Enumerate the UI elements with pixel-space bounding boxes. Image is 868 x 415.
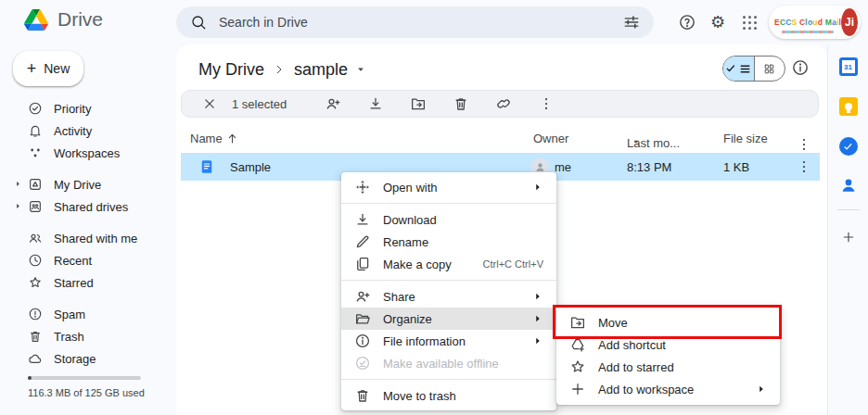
breadcrumb-current[interactable]: sample	[294, 60, 348, 80]
sidebar-item-starred[interactable]: Starred	[0, 271, 176, 294]
column-header-name[interactable]: Name	[190, 132, 223, 145]
trash-icon	[28, 329, 43, 344]
gear-icon: ⚙	[710, 14, 725, 31]
people-icon	[28, 231, 43, 245]
expander-arrow-icon[interactable]	[14, 202, 22, 210]
menu-item-share[interactable]: Share	[341, 285, 556, 308]
folder-open-icon	[354, 310, 371, 327]
sidebar-item-shared-drives[interactable]: Shared drives	[0, 195, 176, 218]
details-button[interactable]	[791, 58, 810, 77]
settings-button[interactable]: ⚙	[707, 11, 729, 33]
menu-item-organize[interactable]: Organize	[341, 308, 556, 330]
sidebar-item-label: Shared with me	[48, 232, 137, 245]
pencil-icon	[354, 233, 371, 250]
open-with-icon	[354, 179, 371, 195]
workspaces-icon	[28, 145, 43, 160]
menu-item-download[interactable]: Download	[341, 208, 556, 231]
trash-icon	[354, 387, 371, 404]
column-header-owner[interactable]: Owner	[533, 132, 568, 145]
menu-item-label: Add to starred	[598, 360, 767, 374]
submenu-item-add-shortcut[interactable]: Add shortcut	[556, 333, 780, 356]
link-button[interactable]	[495, 95, 512, 112]
caret-down-icon[interactable]	[354, 63, 367, 76]
expander-arrow-icon[interactable]	[14, 180, 22, 188]
menu-item-make-available-offline: Make available offline	[341, 352, 556, 374]
download-button[interactable]	[367, 95, 384, 112]
cloud-icon	[28, 351, 43, 366]
menu-item-make-a-copy[interactable]: Make a copyCtrl+C Ctrl+V	[341, 253, 556, 275]
trash-button[interactable]	[453, 95, 469, 112]
file-more-button[interactable]	[796, 158, 812, 175]
sidebar-item-priority[interactable]: Priority	[0, 97, 176, 119]
sidebar-item-label: My Drive	[48, 178, 101, 192]
sidebar-item-my-drive[interactable]: My Drive	[0, 173, 176, 195]
sidebar-item-label: Trash	[48, 330, 84, 344]
side-panel-rail: 31	[827, 44, 868, 415]
check-icon	[725, 63, 736, 74]
copy-icon	[354, 256, 371, 272]
keep-app-icon[interactable]	[839, 97, 858, 116]
list-view-button[interactable]	[723, 57, 754, 81]
tasks-app-icon[interactable]	[839, 137, 858, 156]
storage-usage-text: 116.3 MB of 125 GB used	[28, 387, 145, 398]
selection-count: 1 selected	[232, 97, 287, 111]
person-add-button[interactable]	[325, 95, 341, 112]
breadcrumb-root[interactable]: My Drive	[198, 60, 264, 80]
star-icon	[28, 275, 43, 290]
sidebar-item-shared-with-me[interactable]: Shared with me	[0, 227, 176, 249]
help-icon	[678, 13, 696, 31]
eccs-cloud-mail-badge[interactable]: ECCS Cloud Mail Ji	[769, 6, 861, 39]
menu-divider	[341, 203, 556, 204]
sidebar-section: Shared with meRecentStarred	[0, 227, 176, 294]
sort-ascending-icon[interactable]	[225, 132, 239, 145]
search-bar[interactable]: Search in Drive	[176, 6, 654, 38]
apps-grid-button[interactable]	[738, 11, 760, 33]
drive-logo-icon	[24, 9, 48, 31]
calendar-app-icon[interactable]: 31	[839, 57, 858, 76]
menu-item-label: Share	[383, 290, 520, 304]
grid-view-button[interactable]	[754, 57, 785, 81]
sidebar-item-storage[interactable]: Storage	[0, 347, 176, 370]
menu-item-label: Add to workspace	[598, 383, 744, 396]
search-input[interactable]: Search in Drive	[219, 15, 611, 30]
sidebar-item-label: Storage	[48, 352, 96, 366]
dots-v-button[interactable]	[538, 95, 555, 112]
help-button[interactable]	[676, 11, 698, 33]
table-header: Name Owner Last mo... File size	[181, 127, 820, 151]
eccs-badge-title: ECCS Cloud Mail	[774, 18, 841, 27]
offline-icon	[354, 355, 371, 371]
get-addons-button[interactable]	[839, 228, 858, 246]
clear-selection-button[interactable]	[201, 95, 218, 112]
drive-logo[interactable]: Drive	[24, 8, 103, 31]
alert-circle-icon	[28, 307, 43, 321]
sidebar-item-activity[interactable]: Activity	[0, 119, 176, 142]
sidebar-item-label: Recent	[48, 254, 92, 268]
menu-item-open-with[interactable]: Open with	[341, 176, 556, 198]
bell-icon	[28, 123, 43, 138]
menu-item-label: Open with	[383, 181, 520, 195]
table-options-button[interactable]	[796, 132, 812, 148]
new-button[interactable]: + New	[13, 51, 83, 86]
submenu-item-move[interactable]: Move	[556, 311, 780, 333]
sidebar-item-recent[interactable]: Recent	[0, 249, 176, 271]
column-header-size[interactable]: File size	[723, 132, 768, 145]
menu-item-file-information[interactable]: File information	[341, 330, 556, 352]
list-view-icon	[739, 63, 751, 75]
menu-item-rename[interactable]: Rename	[341, 231, 556, 253]
submenu-item-add-to-workspace[interactable]: Add to workspace	[556, 378, 780, 400]
contacts-app-icon[interactable]	[839, 176, 858, 195]
organize-submenu: MoveAdd shortcutAdd to starredAdd to wor…	[556, 307, 780, 405]
rail-divider	[837, 209, 860, 210]
account-avatar[interactable]: Ji	[841, 8, 858, 36]
menu-item-shortcut: Ctrl+C Ctrl+V	[483, 258, 543, 270]
sidebar-item-spam[interactable]: Spam	[0, 303, 176, 325]
submenu-item-add-to-starred[interactable]: Add to starred	[556, 356, 780, 378]
menu-item-move-to-trash[interactable]: Move to trash	[341, 384, 556, 407]
search-filters-icon[interactable]	[623, 14, 640, 31]
storage-progress-fill	[28, 376, 32, 380]
sidebar-item-workspaces[interactable]: Workspaces	[0, 142, 176, 164]
apps-grid-icon	[743, 16, 757, 30]
sidebar-item-trash[interactable]: Trash	[0, 325, 176, 347]
context-menu: Open withDownloadRenameMake a copyCtrl+C…	[341, 172, 556, 410]
folder-move-button[interactable]	[410, 95, 427, 112]
